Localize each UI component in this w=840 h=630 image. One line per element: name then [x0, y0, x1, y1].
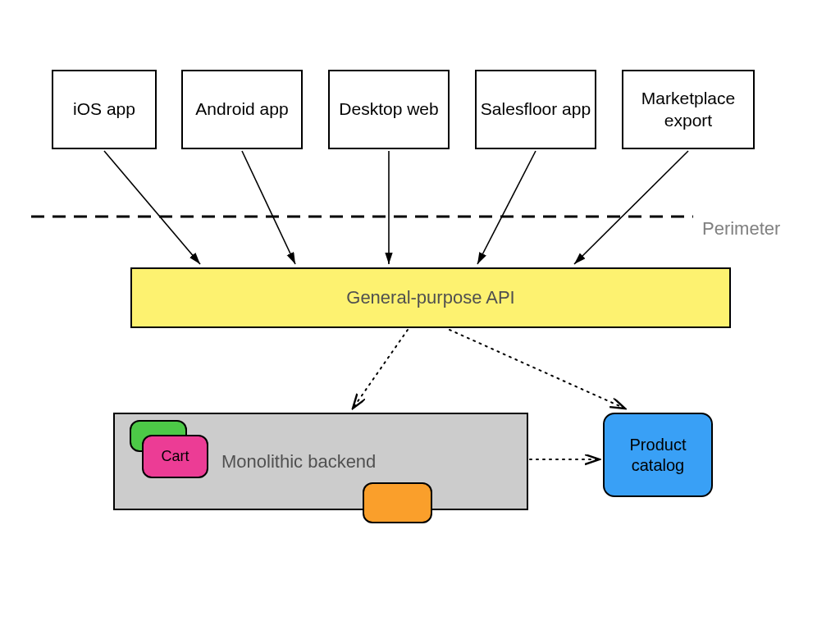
arrow-android-to-api [242, 151, 295, 264]
backend-label: Monolithic backend [221, 450, 376, 473]
perimeter-label: Perimeter [702, 218, 780, 240]
arrow-marketplace-to-api [574, 151, 688, 264]
client-ios: iOS app [52, 70, 157, 149]
client-marketplace: Marketplace export [622, 70, 755, 149]
client-salesfloor: Salesfloor app [475, 70, 596, 149]
client-desktop-label: Desktop web [339, 98, 438, 120]
client-desktop: Desktop web [328, 70, 450, 149]
cart-label: Cart [161, 447, 189, 466]
client-android: Android app [181, 70, 303, 149]
api-label: General-purpose API [346, 286, 514, 309]
backend-module-cart: Cart [142, 435, 208, 478]
backend-module-orange [363, 482, 432, 523]
client-marketplace-label: Marketplace export [623, 88, 753, 131]
client-ios-label: iOS app [73, 98, 135, 120]
catalog-box: Product catalog [603, 413, 713, 497]
arrow-ios-to-api [104, 151, 200, 264]
arrow-api-to-backend [353, 330, 408, 409]
architecture-diagram: iOS app Android app Desktop web Salesflo… [0, 0, 840, 630]
arrow-salesfloor-to-api [477, 151, 536, 264]
catalog-label: Product catalog [605, 435, 711, 476]
arrow-api-to-catalog [450, 330, 625, 409]
client-salesfloor-label: Salesfloor app [481, 98, 591, 120]
client-android-label: Android app [195, 98, 288, 120]
api-box: General-purpose API [130, 267, 731, 328]
